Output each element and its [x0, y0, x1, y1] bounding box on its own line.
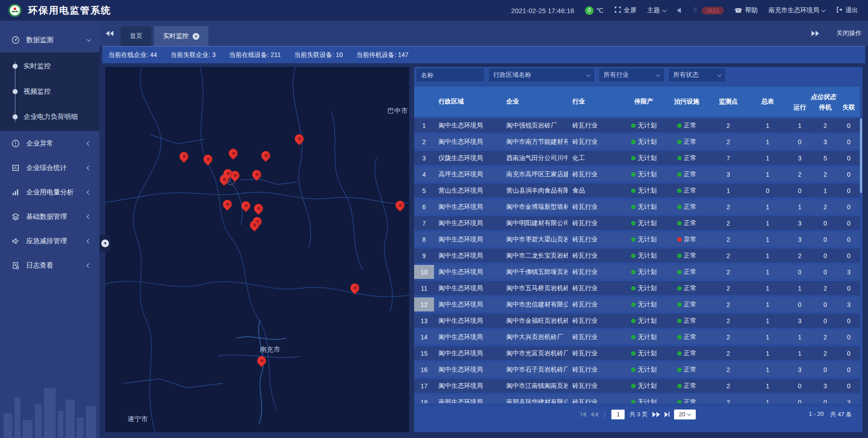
- table-scrollbar[interactable]: [860, 118, 862, 403]
- status-dot-icon: [631, 123, 636, 128]
- sidebar: 数据监测实时监控视频监控企业电力负荷明细企业异常企业综合统计企业用电量分析基础数…: [0, 21, 99, 438]
- status-dot-icon: [631, 367, 636, 372]
- mute-button[interactable]: [677, 8, 681, 13]
- tab-close-icon[interactable]: ✕: [193, 33, 199, 40]
- table-row[interactable]: 4高坪生态环境局南充市高坪区王家店建砖瓦行业无计划正常31220: [414, 167, 860, 181]
- user-org-dropdown[interactable]: 南充市生态环境局: [769, 6, 825, 14]
- table-row[interactable]: 1阆中生态环境局阆中强锐页岩砖厂砖瓦行业无计划正常21120: [414, 118, 860, 132]
- cell-company: 阆中市石子页岩机砖厂: [502, 363, 568, 377]
- sidebar-item-1[interactable]: 企业异常: [0, 131, 99, 155]
- cell-offline: 3: [838, 297, 860, 311]
- status-dot-icon: [631, 188, 636, 193]
- cell-company: 阆中明阳建材有限公司: [502, 216, 568, 230]
- sidebar-menu: 数据监测实时监控视频监控企业电力负荷明细企业异常企业综合统计企业用电量分析基础数…: [0, 27, 99, 278]
- cell-running: 0: [787, 379, 813, 393]
- cell-points: 2: [708, 314, 749, 328]
- notifications[interactable]: 2632: [692, 6, 724, 15]
- first-page-button[interactable]: [581, 412, 586, 417]
- sidebar-subitem[interactable]: 实时监控: [0, 53, 99, 79]
- sidebar-item-6[interactable]: 日志查看: [0, 253, 99, 278]
- sidebar-item-5[interactable]: 应急减排管理: [0, 229, 99, 253]
- logout-button[interactable]: 退出: [836, 6, 858, 14]
- sidebar-item-label: 企业异常: [26, 139, 53, 148]
- cell-facility-status: 正常: [665, 184, 708, 198]
- page-number-input[interactable]: [611, 410, 625, 419]
- total-pages-label: 共 3 页: [629, 410, 647, 419]
- sidebar-subitem[interactable]: 企业电力负荷明细: [0, 104, 99, 129]
- name-filter-input[interactable]: [416, 68, 485, 82]
- tabs-scroll-right-button[interactable]: [811, 31, 819, 36]
- sidebar-collapse-button[interactable]: [99, 235, 110, 251]
- table-row[interactable]: 12阆中生态环境局阆中市忠信建材有限公砖瓦行业无计划正常21003: [414, 297, 860, 311]
- cell-production-status: 无计划: [622, 249, 665, 263]
- cell-points: 7: [708, 151, 749, 165]
- table-row[interactable]: 7阆中生态环境局阆中明阳建材有限公司砖瓦行业无计划正常21300: [414, 216, 860, 230]
- table-row[interactable]: 2阆中生态环境局阆中市南方节能建材有砖瓦行业无计划正常21030: [414, 135, 860, 149]
- cell-region: 阆中生态环境局: [434, 346, 502, 360]
- cell-points: 2: [708, 265, 749, 279]
- cell-company: 阆中市光富页岩机砖厂: [502, 346, 568, 360]
- cell-production-status: 无计划: [622, 216, 665, 230]
- theme-dropdown[interactable]: 主题: [647, 6, 666, 14]
- status-dot-icon: [631, 205, 636, 209]
- cell-stopped: 2: [813, 346, 838, 360]
- cell-running: 1: [787, 200, 813, 214]
- sidebar-subitem-label: 视频监控: [24, 87, 51, 96]
- stat-item: 当前失联设备: 10: [294, 51, 343, 59]
- log-icon: [11, 261, 20, 270]
- sidebar-item-3[interactable]: 企业用电量分析: [0, 180, 99, 204]
- table-row[interactable]: 18南部生态环境局南部县瑞华建材有限公砖瓦行业无计划正常21003: [414, 395, 860, 403]
- cell-offline: 0: [838, 118, 860, 132]
- cell-meters: 1: [749, 167, 787, 181]
- app-logo-icon: [8, 4, 22, 17]
- tab-realtime-monitor[interactable]: 实时监控 ✕: [154, 26, 208, 46]
- cell-offline: 0: [838, 363, 860, 377]
- page-size-select[interactable]: 20: [674, 410, 696, 419]
- cell-stopped: 0: [813, 314, 838, 328]
- table-row[interactable]: 9阆中生态环境局阆中市二龙长宝页岩砖砖瓦行业无计划正常21200: [414, 249, 860, 263]
- table-row[interactable]: 17阆中生态环境局阆中市江南镇阆南页岩砖瓦行业无计划正常21030: [414, 379, 860, 393]
- map-panel[interactable]: 巴中市南充市遂宁市: [105, 67, 409, 432]
- cell-facility-status: 正常: [665, 249, 708, 263]
- sidebar-item-4[interactable]: 基础数据管理: [0, 204, 99, 229]
- table-row[interactable]: 15阆中生态环境局阆中市光富页岩机砖厂砖瓦行业无计划正常21120: [414, 346, 860, 360]
- cell-stopped: 0: [813, 395, 838, 403]
- sidebar-item-2[interactable]: 企业综合统计: [0, 155, 99, 180]
- cell-stopped: 0: [813, 232, 838, 246]
- row-index: 17: [414, 379, 434, 393]
- table-row[interactable]: 14阆中生态环境局阆中大兴页岩机砖厂砖瓦行业无计划正常21120: [414, 330, 860, 344]
- fullscreen-button[interactable]: 全屏: [614, 6, 637, 14]
- table-row[interactable]: 10阆中生态环境局阆中千佛镇五郎垭页岩砖瓦行业无计划正常21003: [414, 265, 860, 279]
- table-row[interactable]: 6阆中生态环境局阆中市金博瑞新型墙材砖瓦行业无计划正常21120: [414, 200, 860, 214]
- table-row[interactable]: 11阆中生态环境局阆中市五马桥页岩机砖砖瓦行业无计划正常21120: [414, 281, 860, 295]
- table-row[interactable]: 16阆中生态环境局阆中市石子页岩机砖厂砖瓦行业无计划正常21300: [414, 363, 860, 377]
- help-button[interactable]: ☎ 帮助: [735, 6, 758, 14]
- status-dot-icon: [631, 319, 636, 323]
- industry-filter-select[interactable]: 所有行业: [599, 68, 665, 82]
- chevron-down-icon: [717, 72, 722, 77]
- cell-industry: 砖瓦行业: [568, 363, 622, 377]
- cell-production-status: 无计划: [622, 200, 665, 214]
- cell-offline: 0: [838, 200, 860, 214]
- table-row[interactable]: 13阆中生态环境局阆中市金福旺页岩机砖砖瓦行业无计划正常21300: [414, 314, 860, 328]
- status-dot-icon: [631, 286, 636, 291]
- sidebar-item-0[interactable]: 数据监测: [0, 27, 99, 52]
- region-filter-select[interactable]: 行政区域名称: [488, 68, 595, 82]
- prev-page-button[interactable]: [590, 412, 598, 417]
- last-page-button[interactable]: [665, 412, 670, 417]
- sidebar-subitem[interactable]: 视频监控: [0, 79, 99, 104]
- table-row[interactable]: 3仪陇生态环境局西南油气田分公司川中化工无计划正常71350: [414, 151, 860, 165]
- cell-company: 西南油气田分公司川中: [502, 151, 568, 165]
- table-row[interactable]: 5营山生态环境局营山县润丰肉食品有限食品无计划正常10010: [414, 184, 860, 198]
- tabs-scroll-left-button[interactable]: [106, 31, 113, 36]
- column-header-stopped: 停机: [813, 102, 838, 117]
- stats-icon: [11, 163, 20, 172]
- cell-stopped: 3: [813, 379, 838, 393]
- tab-home[interactable]: 首页: [121, 26, 151, 46]
- next-page-button[interactable]: [652, 412, 660, 417]
- status-dot-icon: [631, 172, 636, 177]
- status-filter-select[interactable]: 所有状态: [668, 68, 726, 82]
- table-row[interactable]: 8阆中生态环境局阆中市枣碧大梁山页岩砖瓦行业无计划异常21300: [414, 232, 860, 246]
- close-operations-button[interactable]: 关闭操作: [836, 29, 862, 38]
- cell-production-status: 无计划: [622, 297, 665, 311]
